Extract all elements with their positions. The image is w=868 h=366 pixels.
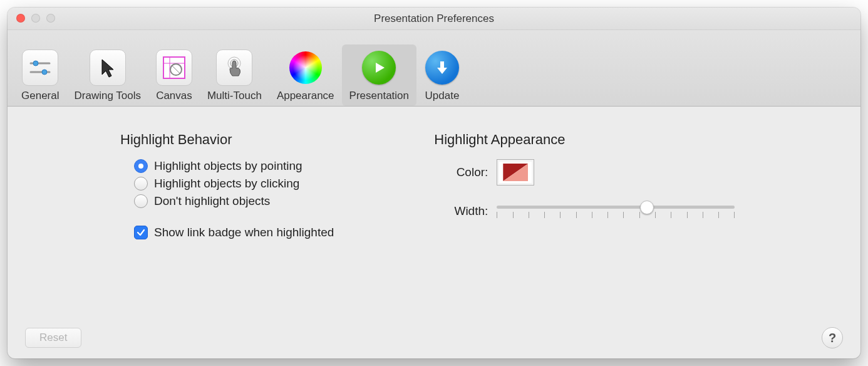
checkbox-show-link-badge[interactable] (134, 226, 148, 239)
preferences-toolbar: General Drawing Tools (8, 30, 860, 107)
tab-label: Multi-Touch (207, 90, 262, 102)
window-title: Presentation Preferences (8, 8, 860, 29)
highlight-behavior-section: Highlight Behavior Highlight objects by … (120, 132, 334, 243)
tab-label: General (21, 90, 59, 102)
play-icon (361, 50, 397, 86)
cursor-icon (90, 50, 126, 86)
help-button[interactable]: ? (822, 327, 843, 348)
section-title: Highlight Appearance (434, 132, 735, 148)
tab-canvas[interactable]: Canvas (148, 44, 200, 106)
reset-button[interactable]: Reset (25, 328, 81, 348)
width-label: Width: (434, 204, 497, 218)
color-well[interactable] (497, 159, 534, 186)
radio-label: Don't highlight objects (154, 194, 270, 208)
touch-icon (216, 50, 252, 86)
section-title: Highlight Behavior (120, 132, 334, 148)
color-swatch-icon (503, 164, 528, 181)
tab-presentation[interactable]: Presentation (342, 44, 416, 106)
highlight-appearance-section: Highlight Appearance Color: Width: (434, 132, 735, 243)
tab-update[interactable]: Update (416, 44, 468, 106)
radio-label: Highlight objects by clicking (154, 177, 299, 191)
download-icon (424, 50, 460, 86)
tab-multi-touch[interactable]: Multi-Touch (200, 44, 269, 106)
button-label: Reset (39, 332, 67, 344)
color-label: Color: (434, 165, 497, 179)
tab-label: Presentation (349, 90, 409, 102)
preferences-window: { "window": { "title": "Presentation Pre… (8, 8, 860, 358)
tab-label: Canvas (156, 90, 192, 102)
sliders-icon (22, 50, 58, 86)
radio-highlight-clicking[interactable] (134, 177, 148, 191)
tab-appearance[interactable]: Appearance (269, 44, 342, 106)
svg-point-3 (42, 70, 47, 75)
color-wheel-icon (287, 50, 324, 86)
svg-point-1 (33, 61, 38, 66)
width-slider[interactable] (497, 201, 735, 222)
tab-drawing-tools[interactable]: Drawing Tools (66, 44, 148, 106)
tab-label: Appearance (277, 90, 334, 102)
radio-no-highlight[interactable] (134, 194, 148, 208)
radio-highlight-pointing[interactable] (134, 159, 148, 173)
tab-label: Drawing Tools (74, 90, 140, 102)
tab-general[interactable]: General (14, 44, 66, 106)
help-icon: ? (829, 331, 836, 345)
canvas-icon (156, 50, 192, 86)
radio-label: Highlight objects by pointing (154, 159, 302, 173)
slider-thumb[interactable] (640, 201, 654, 214)
tab-label: Update (425, 90, 460, 102)
checkbox-label: Show link badge when highlighted (154, 226, 334, 239)
